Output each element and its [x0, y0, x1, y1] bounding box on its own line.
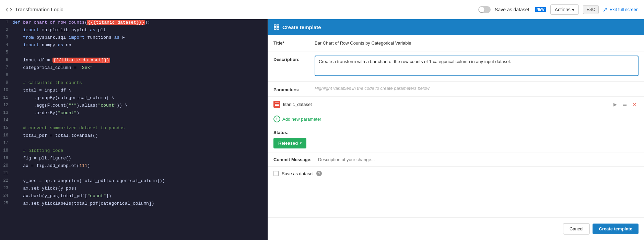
description-textarea[interactable]: Create a transform with a bar chart of t… [315, 56, 639, 76]
line-number: 10 [0, 87, 12, 93]
param-icon-line [275, 103, 279, 103]
code-line: 3 from pyspark.sql import functions as F [0, 34, 268, 42]
code-line: 16 total_pdf = total.toPandas() [0, 132, 268, 140]
code-line: 9 # calculate the counts [0, 80, 268, 87]
param-item-left: titanic_dataset [273, 101, 312, 108]
svg-rect-4 [277, 28, 279, 29]
save-dataset-checkbox[interactable] [273, 171, 279, 176]
template-icon [273, 24, 280, 30]
line-number: 9 [0, 80, 12, 85]
param-icon-line [275, 104, 279, 105]
line-code: total_pdf = total.toPandas() [12, 132, 98, 138]
topbar: Transformation Logic Save as dataset NEW… [0, 0, 644, 19]
line-code: from pyspark.sql import functions as F [12, 34, 125, 40]
line-number: 24 [0, 193, 12, 198]
line-code: .orderBy("count") [12, 110, 79, 116]
status-label: Status: [273, 130, 639, 135]
parameters-hint: Highlight variables in the code to creat… [315, 86, 430, 91]
exit-fullscreen-icon [603, 7, 608, 12]
parameter-item: titanic_dataset ▶ ✕ [268, 97, 644, 112]
title-value: Bar Chart of Row Counts by Categorical V… [315, 39, 639, 47]
code-line: 22 y_pos = np.arange(len(total_pdf[categ… [0, 178, 268, 185]
right-panel: Create template Title* Bar Chart of Row … [268, 19, 644, 240]
svg-rect-6 [623, 104, 627, 104]
status-row: Status: Released ▾ [268, 126, 644, 153]
save-dataset-toggle[interactable] [478, 6, 491, 13]
title-label: Title* [273, 39, 315, 46]
svg-line-0 [604, 10, 605, 11]
code-line: 17 [0, 140, 268, 147]
exit-fullscreen-button[interactable]: Exit full screen [603, 7, 639, 12]
code-line: 6 input_df = {{{titanic_dataset}}} [0, 57, 268, 64]
status-chevron-icon: ▾ [300, 141, 302, 145]
new-badge: NEW [535, 7, 546, 12]
add-parameter-row[interactable]: + Add new parameter [268, 112, 644, 126]
code-line: 1 def bar_chart_of_row_counts({{{titanic… [0, 19, 268, 27]
param-remove-button[interactable]: ✕ [630, 100, 639, 108]
line-number: 18 [0, 147, 12, 153]
line-number: 25 [0, 200, 12, 206]
title-row: Title* Bar Chart of Row Counts by Catego… [268, 35, 644, 51]
code-line: 8 [0, 72, 268, 80]
line-number: 17 [0, 140, 12, 145]
code-line: 11 .groupBy(categorical_column) \ [0, 95, 268, 102]
panel-header-title: Create template [282, 24, 321, 30]
line-number: 23 [0, 185, 12, 191]
code-line: 19 fig = plt.figure() [0, 155, 268, 163]
line-number: 4 [0, 42, 12, 47]
line-code: ax.set_yticks(y_pos) [12, 185, 77, 191]
line-number: 19 [0, 155, 12, 160]
line-code: ax.barh(y_pos,total_pdf["count"]) [12, 193, 112, 199]
description-row: Description: Create a transform with a b… [268, 51, 644, 82]
param-icon-lines [275, 103, 279, 106]
code-line: 10 total = input_df \ [0, 87, 268, 95]
param-icon-line [275, 105, 279, 106]
param-expand-button[interactable]: ▶ [611, 100, 619, 108]
line-code: .groupBy(categorical_column) \ [12, 95, 114, 100]
parameters-row: Parameters: Highlight variables in the c… [268, 82, 644, 97]
line-code: total = input_df \ [12, 87, 71, 93]
cancel-button[interactable]: Cancel [563, 223, 590, 235]
code-line: 18 # plotting code [0, 147, 268, 155]
code-editor[interactable]: 1 def bar_chart_of_row_counts({{{titanic… [0, 19, 268, 240]
line-number: 1 [0, 19, 12, 25]
svg-line-1 [606, 8, 607, 9]
param-actions: ▶ ✕ [611, 100, 639, 108]
line-number: 12 [0, 102, 12, 108]
line-number: 15 [0, 125, 12, 130]
description-value[interactable]: Create a transform with a bar chart of t… [315, 56, 639, 77]
status-value: Released [278, 141, 298, 146]
description-label: Description: [273, 56, 315, 62]
help-icon[interactable]: ? [316, 171, 322, 176]
code-line: 4 import numpy as np [0, 42, 268, 49]
create-template-button[interactable]: Create template [593, 224, 639, 234]
page-title: Transformation Logic [15, 7, 63, 12]
code-line: 15 # convert summarized dataset to panda… [0, 125, 268, 132]
code-line: 7 categorical_column = "Sex" [0, 64, 268, 72]
line-code: # convert summarized dataset to pandas [12, 125, 125, 131]
line-code: # calculate the counts [12, 80, 82, 85]
line-code: ax = fig.add_subplot(111) [12, 163, 90, 168]
esc-button[interactable]: ESC [583, 5, 599, 14]
svg-rect-8 [623, 105, 627, 106]
add-param-icon: + [273, 116, 280, 122]
line-code: # plotting code [12, 147, 63, 153]
line-code: import numpy as np [12, 42, 71, 48]
param-name: titanic_dataset [283, 102, 312, 107]
status-released-button[interactable]: Released ▾ [273, 138, 306, 148]
actions-label: Actions [555, 7, 571, 12]
line-number: 16 [0, 132, 12, 138]
svg-rect-7 [623, 103, 627, 103]
commit-label: Commit Message: [273, 157, 318, 162]
param-menu-button[interactable] [621, 100, 629, 108]
actions-button[interactable]: Actions ▾ [550, 4, 579, 15]
svg-rect-2 [274, 25, 276, 26]
topbar-left: Transformation Logic [5, 6, 63, 13]
line-code: def bar_chart_of_row_counts({{{titanic_d… [12, 19, 150, 25]
commit-input[interactable] [318, 157, 639, 162]
code-line: 2 import matplotlib.pyplot as plt [0, 27, 268, 34]
code-line: 21 [0, 170, 268, 178]
parameters-value: Highlight variables in the code to creat… [315, 86, 639, 91]
code-line: 24 ax.barh(y_pos,total_pdf["count"]) [0, 193, 268, 200]
actions-chevron-icon: ▾ [572, 7, 574, 12]
